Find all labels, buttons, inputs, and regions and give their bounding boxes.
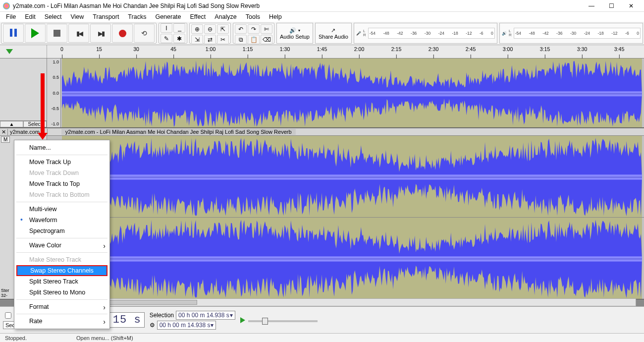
fit-selection-icon[interactable]: ⇱ [217, 24, 229, 34]
menu-effect[interactable]: Effect [186, 12, 210, 21]
menu-transport[interactable]: Transport [89, 12, 123, 21]
title-bar: y2mate.com - LoFi Milan Aasman Me Hoi Ch… [0, 0, 644, 12]
play-at-speed-icon[interactable] [240, 317, 245, 323]
mute-button[interactable]: M [1, 136, 10, 143]
paste-icon[interactable]: 📋 [248, 35, 260, 44]
copy-icon[interactable]: ⧉ [235, 35, 247, 44]
menu-file[interactable]: File [2, 12, 20, 21]
speaker-icon: 🔊 [289, 27, 296, 34]
zoom-in-icon[interactable]: ⊕ [191, 24, 203, 34]
zoom-toggle-icon[interactable]: ⇄ [204, 35, 216, 44]
zoom-edit-group: ⊕ ⊖ ⇱ ⇲ ⇄ ✂ [189, 23, 231, 44]
menu-help[interactable]: Help [265, 12, 286, 21]
menu-generate[interactable]: Generate [151, 12, 185, 21]
record-button[interactable] [112, 24, 133, 43]
speaker-meter-icon: 🔊 [502, 31, 507, 36]
status-right: Open menu... (Shift+M) [76, 335, 133, 341]
timeline-ruler[interactable]: 01530451:001:151:301:452:002:152:302:453… [0, 45, 644, 58]
track-1-control[interactable]: ▲ Select [0, 58, 47, 127]
draw-tool-icon[interactable]: ✎ [161, 34, 172, 43]
menu-move-bottom[interactable]: Move Track to Bottom [14, 189, 109, 200]
redo-icon[interactable]: ↷ [248, 24, 260, 34]
menu-bar: File Edit Select View Transport Tracks G… [0, 12, 644, 22]
track-2-close-button[interactable]: ✕ [0, 129, 8, 135]
zoom-out-icon[interactable]: ⊖ [204, 24, 216, 34]
track-context-menu: Name... Move Track Up Move Track Down Mo… [14, 140, 110, 329]
menu-view[interactable]: View [66, 12, 88, 21]
menu-swap-stereo[interactable]: Swap Stereo Channels [16, 265, 107, 276]
cut-icon[interactable]: ✄ [261, 24, 272, 34]
menu-tools[interactable]: Tools [242, 12, 264, 21]
track-1-waveform[interactable]: 1.0 0.5 0.0 -0.5 -1.0 [47, 58, 644, 127]
silence-icon[interactable]: ⌫ [261, 35, 272, 44]
maximize-button[interactable]: ☐ [601, 0, 621, 12]
pause-button[interactable] [3, 24, 24, 43]
playback-meter[interactable]: 🔊 LR -54-48-42-36-30-24-18-12-60 [499, 23, 643, 44]
menu-edit[interactable]: Edit [21, 12, 40, 21]
menu-rate[interactable]: Rate [14, 316, 109, 327]
envelope-tool-icon[interactable]: ⎯ [173, 23, 185, 33]
track-2-waveform[interactable] [47, 136, 644, 299]
annotation-arrow-icon [41, 73, 45, 133]
undo-icon[interactable]: ↶ [235, 24, 247, 34]
menu-format[interactable]: Format [14, 301, 109, 312]
horizontal-scrollbar[interactable] [47, 298, 636, 306]
track-1-collapse[interactable]: ▲ [0, 121, 23, 127]
menu-select[interactable]: Select [41, 12, 66, 21]
skip-end-button[interactable]: ▶▮ [90, 24, 111, 43]
skip-start-button[interactable]: ▮◀ [68, 24, 89, 43]
snap-checkbox[interactable] [5, 312, 11, 319]
loop-button[interactable]: ⟲ [134, 24, 155, 43]
stop-button[interactable] [47, 24, 67, 43]
trim-icon[interactable]: ✂ [217, 35, 229, 44]
menu-move-top[interactable]: Move Track to Top [14, 178, 109, 189]
playback-head-icon [6, 49, 13, 54]
share-icon: ↗ [331, 27, 335, 34]
minimize-button[interactable]: — [582, 0, 601, 12]
selection-end[interactable]: 00 h 00 m 14.938 s▾ [157, 321, 216, 330]
multi-tool-icon[interactable]: ✱ [173, 34, 185, 43]
tools-group: I ⎯ ✎ ✱ [159, 23, 187, 44]
app-logo-icon [3, 2, 10, 9]
menu-waveform[interactable]: Waveform [14, 215, 109, 226]
menu-move-up[interactable]: Move Track Up [14, 157, 109, 168]
window-title: y2mate.com - LoFi Milan Aasman Me Hoi Ch… [13, 2, 582, 9]
menu-move-down[interactable]: Move Track Down [14, 168, 109, 178]
menu-split-stereo[interactable]: Split Stereo Track [14, 276, 109, 287]
play-button[interactable] [25, 24, 46, 43]
track-1: ▲ Select 1.0 0.5 0.0 -0.5 -1.0 [0, 58, 644, 128]
close-button[interactable]: ✕ [621, 0, 641, 12]
record-meter[interactable]: 🎤 LR -54-48-42-36-30-24-18-12-60 [354, 23, 497, 44]
transport-controls: ▮◀ ▶▮ ⟲ [1, 23, 157, 44]
fit-project-icon[interactable]: ⇲ [191, 35, 203, 44]
menu-name[interactable]: Name... [14, 142, 109, 153]
menu-spectrogram[interactable]: Spectrogram [14, 226, 109, 236]
status-bar: Stopped. Open menu... (Shift+M) [0, 333, 644, 342]
selection-label: Selection [150, 312, 174, 319]
mic-icon: 🎤 [356, 31, 361, 36]
edit-group: ↶ ↷ ✄ ⧉ 📋 ⌫ [233, 23, 274, 44]
gear-icon[interactable]: ⚙ [150, 322, 155, 329]
menu-wave-color[interactable]: Wave Color [14, 240, 109, 251]
track-2-title: y2mate.com - LoFi Milan Aasman Me Hoi Ch… [61, 129, 296, 135]
share-audio-button[interactable]: ↗ Share Audio [315, 23, 352, 44]
menu-make-stereo[interactable]: Make Stereo Track [14, 254, 109, 265]
playback-speed-slider[interactable] [248, 320, 318, 322]
selection-tool-icon[interactable]: I [161, 23, 172, 33]
menu-analyze[interactable]: Analyze [211, 12, 240, 21]
audio-setup-button[interactable]: 🔊▾ Audio Setup [276, 23, 313, 44]
menu-tracks[interactable]: Tracks [124, 12, 150, 21]
toolbar: ▮◀ ▶▮ ⟲ I ⎯ ✎ ✱ ⊕ ⊖ ⇱ ⇲ ⇄ ✂ ↶ ↷ ✄ ⧉ 📋 ⌫ … [0, 22, 644, 45]
menu-split-mono[interactable]: Split Stereo to Mono [14, 287, 109, 298]
selection-start[interactable]: 00 h 00 m 14.938 s▾ [176, 311, 235, 320]
menu-multi-view[interactable]: Multi-view [14, 204, 109, 215]
status-left: Stopped. [5, 335, 27, 341]
